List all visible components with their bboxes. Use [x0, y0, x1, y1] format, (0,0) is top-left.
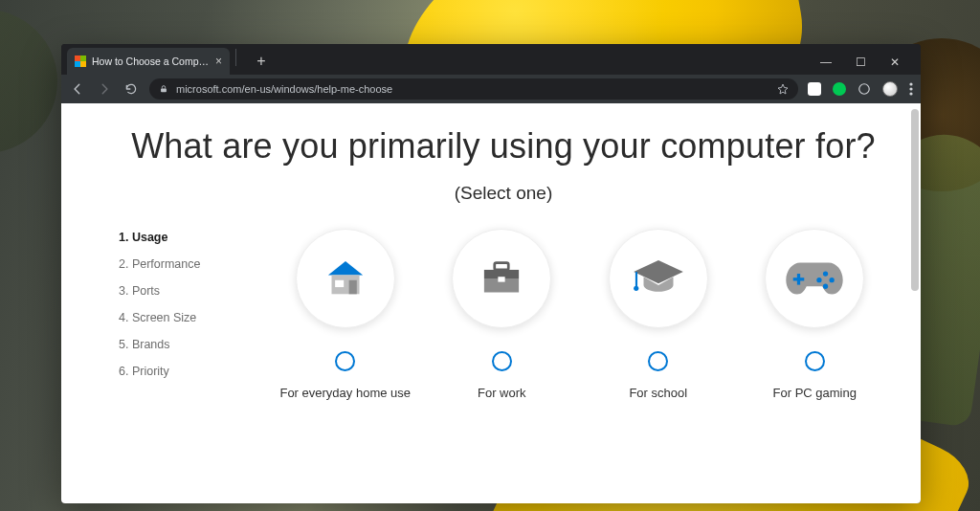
option-illustration — [765, 229, 864, 328]
svg-point-3 — [909, 87, 912, 90]
step-list: 1. Usage 2. Performance 3. Ports 4. Scre… — [119, 229, 262, 402]
step-item-ports[interactable]: 3. Ports — [119, 284, 262, 298]
browser-window: How to Choose a Computer: Fin… × + — ☐ ✕… — [61, 44, 921, 503]
extension-icon[interactable] — [833, 82, 846, 96]
nav-forward-icon[interactable] — [96, 80, 113, 98]
lock-icon — [159, 84, 168, 94]
option-home-use[interactable]: For everyday home use — [274, 229, 417, 402]
nav-back-icon[interactable] — [69, 80, 86, 98]
option-label: For work — [478, 385, 526, 402]
svg-point-15 — [634, 286, 638, 291]
extension-icon[interactable] — [808, 82, 821, 96]
tab-strip: How to Choose a Computer: Fin… × + — ☐ ✕ — [61, 44, 921, 75]
briefcase-icon — [474, 251, 529, 306]
svg-point-1 — [859, 84, 870, 95]
option-school[interactable]: For school — [587, 229, 730, 402]
svg-point-20 — [823, 284, 828, 289]
option-grid: For everyday home use — [272, 229, 888, 402]
svg-rect-0 — [161, 89, 167, 93]
svg-point-18 — [823, 271, 828, 276]
tab-title: How to Choose a Computer: Fin… — [92, 56, 210, 67]
option-radio[interactable] — [805, 351, 825, 371]
step-item-usage[interactable]: 1. Usage — [119, 231, 262, 244]
page-title: What are you primarily using your comput… — [119, 124, 888, 167]
window-close-icon[interactable]: ✕ — [886, 56, 903, 69]
option-radio[interactable] — [492, 351, 512, 371]
step-item-screen-size[interactable]: 4. Screen Size — [119, 311, 262, 324]
window-maximize-icon[interactable]: ☐ — [852, 56, 869, 69]
new-tab-button[interactable]: + — [250, 50, 273, 73]
background-decoration — [0, 10, 57, 153]
url-text: microsoft.com/en-us/windows/help-me-choo… — [176, 83, 392, 95]
svg-marker-13 — [634, 260, 683, 283]
option-illustration — [609, 229, 708, 328]
svg-point-4 — [909, 92, 912, 95]
kebab-menu-icon[interactable] — [909, 82, 913, 96]
option-radio[interactable] — [335, 351, 355, 371]
svg-rect-12 — [499, 277, 505, 281]
option-illustration — [296, 229, 395, 328]
profile-avatar-icon[interactable] — [882, 81, 898, 97]
page-viewport: What are you primarily using your comput… — [61, 103, 921, 503]
option-radio[interactable] — [648, 351, 668, 371]
svg-point-21 — [817, 278, 822, 282]
home-icon — [318, 251, 373, 306]
gamepad-icon — [783, 255, 846, 302]
graduation-cap-icon — [629, 251, 688, 306]
svg-point-19 — [830, 278, 835, 282]
option-label: For everyday home use — [279, 385, 411, 402]
svg-point-2 — [909, 82, 912, 85]
browser-toolbar: microsoft.com/en-us/windows/help-me-choo… — [61, 75, 921, 103]
svg-rect-8 — [335, 280, 344, 287]
step-item-priority[interactable]: 6. Priority — [119, 365, 262, 378]
tab-close-icon[interactable]: × — [215, 56, 222, 67]
address-bar[interactable]: microsoft.com/en-us/windows/help-me-choo… — [149, 78, 798, 100]
page-subtitle: (Select one) — [119, 183, 888, 204]
microsoft-favicon-icon — [75, 56, 86, 67]
step-item-brands[interactable]: 5. Brands — [119, 338, 262, 351]
tab-separator — [235, 49, 236, 66]
option-label: For school — [629, 385, 687, 402]
svg-rect-9 — [495, 263, 509, 270]
svg-rect-14 — [635, 272, 637, 287]
toolbar-actions — [808, 81, 913, 97]
option-gaming[interactable]: For PC gaming — [743, 229, 886, 402]
extension-icon[interactable] — [858, 82, 871, 96]
tab-active[interactable]: How to Choose a Computer: Fin… × — [67, 48, 230, 75]
svg-marker-5 — [328, 261, 363, 276]
svg-rect-7 — [348, 280, 356, 295]
window-controls: — ☐ ✕ — [817, 56, 915, 75]
page-content: What are you primarily using your comput… — [61, 103, 921, 431]
scrollbar-thumb[interactable] — [911, 109, 919, 291]
svg-rect-17 — [793, 278, 805, 280]
bookmark-star-icon[interactable] — [777, 83, 789, 95]
option-illustration — [452, 229, 551, 328]
step-item-performance[interactable]: 2. Performance — [119, 257, 262, 271]
nav-reload-icon[interactable] — [122, 80, 140, 98]
window-minimize-icon[interactable]: — — [817, 56, 835, 69]
option-label: For PC gaming — [773, 385, 857, 402]
option-work[interactable]: For work — [430, 229, 573, 402]
